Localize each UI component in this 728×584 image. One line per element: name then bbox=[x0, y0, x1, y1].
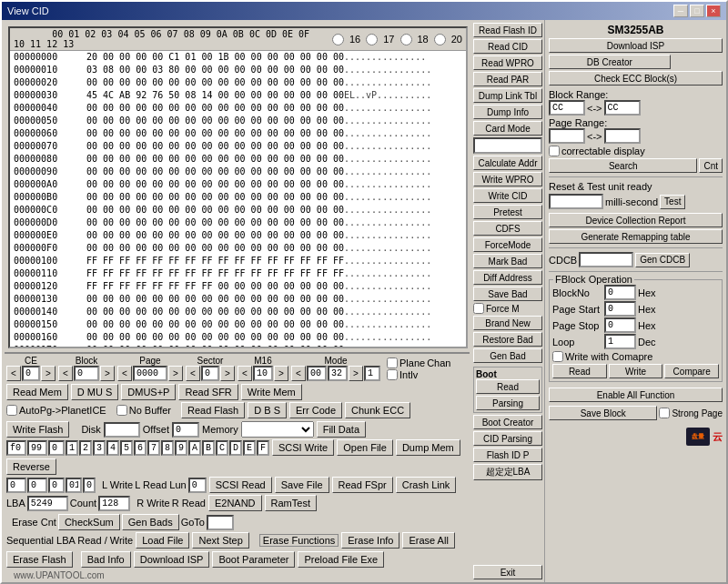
ce-right-btn[interactable]: > bbox=[41, 366, 56, 381]
write-flash-btn[interactable]: Write Flash bbox=[6, 421, 69, 438]
close-button[interactable]: × bbox=[706, 5, 721, 17]
num-row2-3[interactable] bbox=[66, 478, 82, 493]
db-creator-btn[interactable]: DB Creator bbox=[549, 55, 671, 69]
dmusp-btn[interactable]: DMUS+P bbox=[121, 384, 176, 400]
cdcb-input[interactable] bbox=[579, 252, 633, 267]
download-isp-btn[interactable]: Download ISP bbox=[549, 38, 723, 53]
lun-input[interactable] bbox=[188, 478, 207, 493]
read-mem-btn[interactable]: Read Mem bbox=[6, 384, 68, 400]
dump-link-tbl-btn[interactable]: Dump Link Tbl bbox=[473, 88, 542, 103]
num-2[interactable] bbox=[79, 440, 92, 456]
num-8[interactable] bbox=[161, 440, 174, 456]
memory-select[interactable] bbox=[241, 421, 314, 438]
read-fspr-btn[interactable]: Read FSpr bbox=[332, 477, 393, 493]
m16-right-btn[interactable]: > bbox=[274, 366, 288, 381]
read-par-btn[interactable]: Read PAR bbox=[473, 72, 542, 86]
block-right-btn[interactable]: > bbox=[100, 366, 115, 381]
auto-pg-checkbox[interactable] bbox=[6, 405, 17, 416]
card-mode-input[interactable] bbox=[473, 137, 542, 154]
strong-page-checkbox[interactable] bbox=[659, 408, 670, 418]
fill-data-btn[interactable]: Fill Data bbox=[317, 421, 366, 438]
num-C[interactable] bbox=[216, 440, 228, 456]
block-input[interactable] bbox=[74, 366, 99, 381]
reverse-btn[interactable]: Reverse bbox=[6, 458, 56, 475]
fblock-compare-btn[interactable]: Compare bbox=[664, 364, 719, 378]
open-file-btn[interactable]: Open File bbox=[337, 439, 393, 456]
m16-input[interactable] bbox=[253, 366, 273, 381]
num-3[interactable] bbox=[93, 440, 106, 456]
mode-set-input[interactable] bbox=[307, 366, 327, 381]
pretest-btn[interactable]: Pretest bbox=[473, 205, 542, 219]
page-range-to[interactable] bbox=[604, 128, 641, 144]
checksum-btn[interactable]: CheckSum bbox=[58, 514, 120, 530]
page-right-btn[interactable]: > bbox=[168, 366, 183, 381]
sector-input[interactable] bbox=[201, 366, 219, 381]
e2nand-btn[interactable]: E2NAND bbox=[208, 495, 262, 511]
scsi-write-btn[interactable]: SCSI Write bbox=[272, 439, 334, 456]
restore-bad-btn[interactable]: Restore Bad bbox=[473, 332, 542, 347]
write-wpro-btn[interactable]: Write WPRO bbox=[473, 172, 542, 186]
ram-test-btn[interactable]: RamTest bbox=[265, 495, 317, 511]
ce-input[interactable] bbox=[22, 366, 40, 381]
num-6[interactable] bbox=[134, 440, 147, 456]
read-cid-btn[interactable]: Read CID bbox=[473, 39, 542, 54]
offset-input[interactable] bbox=[172, 422, 199, 438]
preload-file-exe-btn[interactable]: Preload File Exe bbox=[298, 551, 384, 568]
disk-input[interactable] bbox=[104, 422, 140, 438]
num-A[interactable] bbox=[188, 440, 201, 456]
super-lba-btn[interactable]: 超定定LBA bbox=[473, 464, 542, 480]
intlv-checkbox[interactable] bbox=[387, 369, 398, 380]
flash-id-p-btn[interactable]: Flash ID P bbox=[473, 448, 542, 462]
chunk-ecc-btn[interactable]: Chunk ECC bbox=[345, 402, 410, 418]
mode-num-input[interactable] bbox=[364, 366, 380, 381]
mode-left-btn[interactable]: < bbox=[291, 366, 306, 381]
num-9[interactable] bbox=[175, 440, 187, 456]
write-mem-btn[interactable]: Write Mem bbox=[241, 384, 302, 400]
dmus-btn[interactable]: D MU S bbox=[71, 384, 119, 400]
num-D[interactable] bbox=[229, 440, 242, 456]
bad-info-btn[interactable]: Bad Info bbox=[81, 551, 131, 568]
num-4[interactable] bbox=[106, 440, 119, 456]
read-wpro-btn[interactable]: Read WPRO bbox=[473, 55, 542, 70]
cdfs-btn[interactable]: CDFS bbox=[473, 221, 542, 236]
mode-right-btn[interactable]: > bbox=[349, 366, 363, 381]
erase-info-btn[interactable]: Erase Info bbox=[341, 532, 399, 549]
sector-left-btn[interactable]: < bbox=[186, 366, 200, 381]
num-7[interactable] bbox=[147, 440, 160, 456]
write-cid-btn[interactable]: Write CID bbox=[473, 188, 542, 203]
err-code-btn[interactable]: Err Code bbox=[289, 402, 342, 418]
block-left-btn[interactable]: < bbox=[58, 366, 73, 381]
fblock-pagestart-input[interactable] bbox=[604, 301, 636, 317]
dump-mem-btn[interactable]: Dump Mem bbox=[396, 439, 460, 456]
radio-20[interactable] bbox=[434, 34, 446, 45]
bottom-download-isp-btn[interactable]: Download ISP bbox=[134, 551, 210, 568]
num-99[interactable] bbox=[27, 440, 47, 456]
brand-new-btn[interactable]: Brand New bbox=[473, 316, 542, 330]
erase-all-btn[interactable]: Erase All bbox=[402, 532, 454, 549]
force-m-checkbox[interactable] bbox=[473, 303, 484, 314]
enable-all-btn[interactable]: Enable All Function bbox=[549, 388, 723, 402]
dbs-btn[interactable]: D B S bbox=[248, 402, 287, 418]
count-input[interactable] bbox=[98, 496, 130, 511]
diff-address-btn[interactable]: Diff Address bbox=[473, 270, 542, 285]
boot-creator-btn[interactable]: Boot Creator bbox=[473, 415, 542, 429]
num-row2-2[interactable] bbox=[48, 478, 65, 493]
num-f0[interactable] bbox=[6, 440, 26, 456]
no-buffer-checkbox[interactable] bbox=[116, 405, 127, 416]
ce-left-btn[interactable]: < bbox=[6, 366, 21, 381]
page-range-from[interactable] bbox=[549, 128, 585, 144]
num-0[interactable] bbox=[48, 440, 65, 456]
cnt-btn[interactable]: Cnt bbox=[699, 158, 723, 173]
write-compare-checkbox[interactable] bbox=[552, 351, 563, 362]
fblock-read-btn[interactable]: Read bbox=[552, 364, 607, 378]
read-flash-btn[interactable]: Read Flash bbox=[181, 402, 245, 418]
cid-parsing-btn[interactable]: CID Parsing bbox=[473, 431, 542, 446]
device-collection-btn[interactable]: Device Collection Report bbox=[549, 213, 723, 227]
num-1[interactable] bbox=[66, 440, 78, 456]
mode-input[interactable] bbox=[328, 366, 348, 381]
save-file-btn[interactable]: Save File bbox=[275, 477, 329, 493]
m16-left-btn[interactable]: < bbox=[238, 366, 252, 381]
lba-input[interactable] bbox=[27, 496, 68, 511]
fblock-blockno-input[interactable] bbox=[604, 285, 636, 300]
fblock-write-btn[interactable]: Write bbox=[609, 364, 663, 378]
